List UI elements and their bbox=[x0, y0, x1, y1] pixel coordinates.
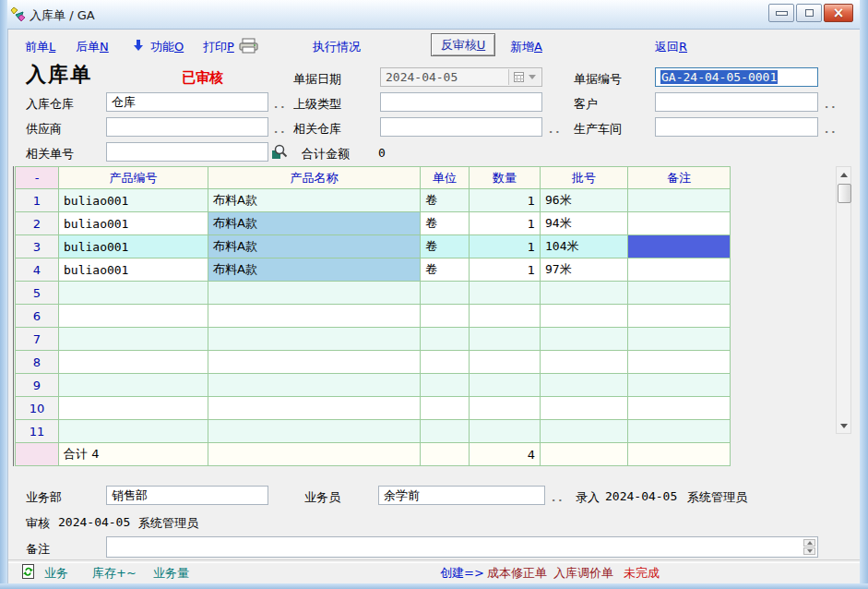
cell-note[interactable] bbox=[628, 235, 731, 258]
cell-batch[interactable] bbox=[541, 282, 628, 305]
col-header-batch[interactable]: 批号 bbox=[541, 167, 628, 189]
agent-field[interactable]: 余学前 bbox=[378, 486, 545, 505]
cell-name[interactable] bbox=[208, 374, 421, 397]
execution-status-link[interactable]: 执行情况 bbox=[313, 39, 361, 55]
cell-unit[interactable] bbox=[421, 374, 470, 397]
cell-name[interactable]: 布料A款 bbox=[208, 189, 421, 212]
cell-code[interactable] bbox=[59, 328, 208, 351]
cell-note[interactable] bbox=[628, 374, 731, 397]
parent-type-field[interactable] bbox=[380, 92, 542, 112]
agent-lookup-button[interactable]: .. bbox=[552, 492, 565, 504]
workshop-lookup-button[interactable]: .. bbox=[825, 124, 838, 136]
cell-code[interactable]: buliao001 bbox=[59, 235, 208, 258]
customer-field[interactable] bbox=[655, 92, 818, 112]
price-adjust-link[interactable]: 入库调价单 bbox=[553, 565, 613, 582]
remark-field[interactable] bbox=[106, 536, 818, 558]
cell-name[interactable]: 布料A款 bbox=[208, 235, 421, 258]
col-header-code[interactable]: 产品编号 bbox=[59, 167, 208, 189]
down-arrow-icon[interactable] bbox=[133, 39, 144, 54]
cell-no[interactable]: 4 bbox=[16, 258, 59, 282]
search-icon[interactable] bbox=[271, 143, 288, 162]
app-icon[interactable] bbox=[10, 6, 26, 25]
cell-no[interactable]: 8 bbox=[16, 351, 59, 374]
doc-no-field[interactable]: GA-24-04-05-0001 bbox=[655, 67, 818, 87]
title-bar[interactable]: 入库单 / GA × bbox=[0, 0, 868, 30]
cell-batch[interactable]: 97米 bbox=[541, 258, 628, 282]
next-doc-link[interactable]: 后单N bbox=[76, 39, 109, 55]
cell-code[interactable] bbox=[59, 397, 208, 420]
maximize-button[interactable] bbox=[796, 4, 822, 22]
cell-note[interactable] bbox=[628, 305, 731, 328]
cell-no[interactable]: 1 bbox=[16, 189, 59, 212]
col-header-note[interactable]: 备注 bbox=[628, 167, 731, 189]
supplier-lookup-button[interactable]: .. bbox=[274, 124, 287, 136]
cell-note[interactable] bbox=[628, 282, 731, 305]
print-link[interactable]: 打印P bbox=[203, 39, 234, 55]
cell-code[interactable]: buliao001 bbox=[59, 258, 208, 282]
col-header-rowno[interactable]: - bbox=[16, 167, 59, 189]
cell-code[interactable] bbox=[59, 305, 208, 328]
cell-batch[interactable]: 94米 bbox=[541, 212, 628, 235]
cell-unit[interactable]: 卷 bbox=[421, 212, 470, 235]
cell-name[interactable] bbox=[208, 328, 421, 351]
cell-batch[interactable] bbox=[541, 305, 628, 328]
cost-fix-link[interactable]: 成本修正单 bbox=[487, 565, 547, 582]
related-doc-field[interactable] bbox=[106, 142, 268, 162]
cell-note[interactable] bbox=[628, 351, 731, 374]
cell-code[interactable] bbox=[59, 351, 208, 374]
cell-batch[interactable]: 96米 bbox=[541, 189, 628, 212]
cell-note[interactable] bbox=[628, 420, 731, 443]
cell-note[interactable] bbox=[628, 397, 731, 420]
cell-unit[interactable]: 卷 bbox=[421, 235, 470, 258]
cell-no[interactable]: 3 bbox=[16, 235, 59, 258]
related-warehouse-field[interactable] bbox=[380, 117, 542, 137]
cell-batch[interactable] bbox=[541, 397, 628, 420]
cell-no[interactable]: 7 bbox=[16, 328, 59, 351]
cell-qty[interactable] bbox=[470, 305, 541, 328]
cell-batch[interactable]: 104米 bbox=[541, 235, 628, 258]
back-link[interactable]: 返回R bbox=[655, 39, 687, 55]
table-scrollbar[interactable] bbox=[836, 166, 851, 434]
cell-code[interactable]: buliao001 bbox=[59, 212, 208, 235]
cell-unit[interactable]: 卷 bbox=[421, 189, 470, 212]
add-new-link[interactable]: 新增A bbox=[510, 39, 542, 55]
cell-name[interactable]: 布料A款 bbox=[208, 258, 421, 282]
cell-unit[interactable]: 卷 bbox=[421, 258, 470, 282]
remark-spinner[interactable] bbox=[803, 539, 815, 555]
cell-batch[interactable] bbox=[541, 374, 628, 397]
document-refresh-icon[interactable] bbox=[21, 563, 35, 583]
cell-qty[interactable] bbox=[470, 351, 541, 374]
cell-qty[interactable] bbox=[470, 374, 541, 397]
cell-qty[interactable]: 1 bbox=[470, 212, 541, 235]
scrollbar-thumb[interactable] bbox=[838, 184, 851, 203]
cell-name[interactable] bbox=[208, 420, 421, 443]
cell-code[interactable] bbox=[59, 282, 208, 305]
dept-field[interactable]: 销售部 bbox=[106, 486, 268, 505]
cell-unit[interactable] bbox=[421, 305, 470, 328]
cell-no[interactable]: 11 bbox=[16, 420, 59, 443]
minimize-button[interactable] bbox=[768, 4, 794, 22]
cell-unit[interactable] bbox=[421, 397, 470, 420]
cell-unit[interactable] bbox=[421, 328, 470, 351]
date-field[interactable]: 2024-04-05 bbox=[380, 67, 542, 87]
scroll-down-button[interactable] bbox=[837, 418, 850, 433]
cell-qty[interactable]: 1 bbox=[470, 235, 541, 258]
printer-icon[interactable] bbox=[239, 38, 258, 56]
cell-qty[interactable] bbox=[470, 420, 541, 443]
cell-code[interactable]: buliao001 bbox=[59, 189, 208, 212]
col-header-name[interactable]: 产品名称 bbox=[208, 167, 421, 189]
supplier-field[interactable] bbox=[106, 117, 268, 137]
cell-batch[interactable] bbox=[541, 328, 628, 351]
col-header-qty[interactable]: 数量 bbox=[470, 167, 541, 189]
cell-unit[interactable] bbox=[421, 351, 470, 374]
cell-unit[interactable] bbox=[421, 282, 470, 305]
business-link[interactable]: 业务 bbox=[44, 565, 68, 582]
unaudit-button[interactable]: 反审核U bbox=[431, 33, 495, 56]
workshop-field[interactable] bbox=[655, 117, 818, 137]
col-header-unit[interactable]: 单位 bbox=[421, 167, 470, 189]
related-warehouse-lookup-button[interactable]: .. bbox=[549, 124, 562, 136]
cell-note[interactable] bbox=[628, 212, 731, 235]
cell-qty[interactable]: 1 bbox=[470, 258, 541, 282]
cell-name[interactable] bbox=[208, 351, 421, 374]
customer-lookup-button[interactable]: .. bbox=[825, 99, 838, 111]
